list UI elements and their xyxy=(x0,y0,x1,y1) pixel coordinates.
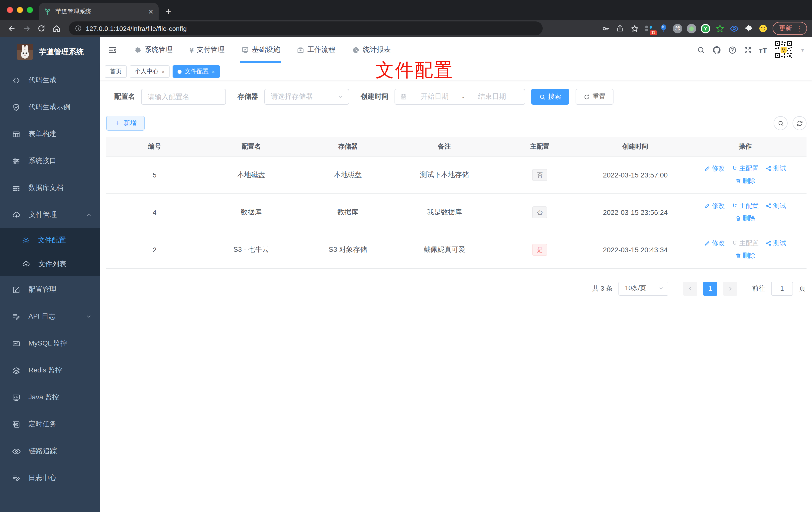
sidebar-item-file-list[interactable]: 文件列表 xyxy=(0,252,100,276)
cell-storage: 本地磁盘 xyxy=(299,156,396,193)
sidebar-item-file-mgmt[interactable]: 文件管理 xyxy=(0,202,100,228)
bookmark-star-icon[interactable] xyxy=(630,24,639,33)
help-icon[interactable] xyxy=(728,46,736,54)
nav-item-system[interactable]: 系统管理 xyxy=(126,37,181,63)
collapse-sidebar-icon[interactable] xyxy=(104,41,121,58)
delete-link[interactable]: 删除 xyxy=(735,177,755,185)
sidebar-item-trace[interactable]: 链路追踪 xyxy=(0,438,100,464)
ext-star-green-icon[interactable] xyxy=(715,24,725,33)
toggle-search-button[interactable] xyxy=(774,116,788,130)
nav-item-payment[interactable]: ¥ 支付管理 xyxy=(181,37,233,63)
extensions-puzzle-icon[interactable] xyxy=(744,24,754,33)
close-icon[interactable]: × xyxy=(162,68,165,74)
github-icon[interactable] xyxy=(712,46,721,54)
sidebar-item-config-mgmt[interactable]: 配置管理 xyxy=(0,276,100,303)
ext-command-icon[interactable]: ⌘ xyxy=(673,24,682,33)
sidebar-item-log-center[interactable]: 日志中心 xyxy=(0,464,100,491)
forward-icon[interactable] xyxy=(20,22,33,35)
cell-id: 5 xyxy=(106,156,203,193)
add-button[interactable]: ＋ 新增 xyxy=(106,116,145,131)
sidebar-item-db-doc[interactable]: 数据库文档 xyxy=(0,175,100,202)
master-tag: 否 xyxy=(532,206,547,218)
refresh-table-button[interactable] xyxy=(792,116,807,130)
nav-item-infra[interactable]: 基础设施 xyxy=(233,37,289,63)
back-icon[interactable] xyxy=(5,22,18,35)
minimize-window-button[interactable] xyxy=(17,7,23,13)
home-icon[interactable] xyxy=(50,22,63,35)
storage-select[interactable]: 请选择存储器 xyxy=(264,89,349,105)
start-date-placeholder[interactable]: 开始日期 xyxy=(421,92,448,101)
monitor-icon xyxy=(12,393,21,401)
prev-page-button[interactable] xyxy=(683,281,697,295)
sidebar-item-cron[interactable]: 定时任务 xyxy=(0,411,100,438)
current-page-button[interactable]: 1 xyxy=(703,281,717,295)
page-size-select[interactable]: 10条/页 xyxy=(618,281,668,295)
delete-link[interactable]: 删除 xyxy=(735,251,755,260)
sidebar-item-java[interactable]: Java 监控 xyxy=(0,384,100,411)
sidebar-item-api-log[interactable]: API 日志 xyxy=(0,303,100,330)
page-tab-profile[interactable]: 个人中心 × xyxy=(130,65,170,78)
favicon-plant-icon xyxy=(44,8,51,15)
nav-item-label: 工作流程 xyxy=(308,46,336,54)
edit-link[interactable]: 修改 xyxy=(704,202,725,210)
ext-balloon-icon[interactable] xyxy=(658,24,668,33)
sidebar-item-code-demo[interactable]: 代码生成示例 xyxy=(0,94,100,121)
ext-eye-blue-icon[interactable] xyxy=(729,24,739,33)
config-name-input[interactable] xyxy=(142,89,226,104)
next-page-button[interactable] xyxy=(723,281,737,295)
sidebar-item-label: 文件配置 xyxy=(38,236,92,245)
ext-emoji-icon[interactable] xyxy=(758,24,768,33)
sidebar-item-label: MySQL 监控 xyxy=(28,339,92,348)
browser-menu-icon[interactable]: ⋮ xyxy=(796,25,803,32)
font-size-icon[interactable]: ᴛT xyxy=(759,46,767,54)
end-date-placeholder[interactable]: 结束日期 xyxy=(478,92,506,101)
master-link[interactable]: 主配置 xyxy=(732,202,759,210)
sidebar-item-redis[interactable]: Redis 监控 xyxy=(0,357,100,384)
form-build-icon xyxy=(12,130,21,138)
address-bar[interactable]: 127.0.0.1:1024/infra/file/file-config xyxy=(69,22,543,35)
ext-tabs-icon[interactable]: 11 xyxy=(644,24,654,33)
url-text[interactable]: 127.0.0.1:1024/infra/file/file-config xyxy=(86,25,187,32)
page-tab-file-config[interactable]: 文件配置 × xyxy=(173,65,220,78)
edit-link[interactable]: 修改 xyxy=(704,239,725,248)
gear-icon xyxy=(134,46,142,54)
caret-down-icon[interactable]: ▼ xyxy=(800,47,805,53)
search-icon[interactable] xyxy=(697,46,705,54)
close-icon[interactable]: × xyxy=(212,68,215,74)
site-info-icon[interactable] xyxy=(75,25,82,32)
sidebar-item-system-api[interactable]: 系统接口 xyxy=(0,148,100,175)
browser-update-button[interactable]: 更新 ⋮ xyxy=(773,22,807,35)
goto-page-input[interactable] xyxy=(772,282,792,295)
sidebar-item-mysql[interactable]: MySQL 监控 xyxy=(0,330,100,357)
reload-icon[interactable] xyxy=(35,22,48,35)
zoom-window-button[interactable] xyxy=(27,7,33,13)
app-logo[interactable]: 芋道管理系统 xyxy=(0,37,100,67)
sidebar-item-form-build[interactable]: 表单构建 xyxy=(0,121,100,148)
share-icon[interactable] xyxy=(615,24,625,33)
test-link[interactable]: 测试 xyxy=(765,164,786,173)
close-window-button[interactable] xyxy=(7,7,13,13)
sidebar-item-code-gen[interactable]: 代码生成 xyxy=(0,67,100,94)
master-link[interactable]: 主配置 xyxy=(732,164,759,173)
edit-link[interactable]: 修改 xyxy=(704,164,725,173)
search-button[interactable]: 搜索 xyxy=(531,89,569,105)
password-key-icon[interactable] xyxy=(601,24,610,33)
date-range-picker[interactable]: 开始日期 - 结束日期 xyxy=(395,89,525,105)
test-link[interactable]: 测试 xyxy=(765,202,786,210)
fullscreen-icon[interactable] xyxy=(744,46,752,54)
page-tab-home[interactable]: 首页 xyxy=(105,65,127,78)
tab-close-icon[interactable]: ✕ xyxy=(148,8,154,15)
new-tab-button[interactable]: + xyxy=(166,6,171,17)
avatar[interactable] xyxy=(774,40,793,59)
test-link[interactable]: 测试 xyxy=(765,239,786,248)
nav-item-workflow[interactable]: 工作流程 xyxy=(289,37,344,63)
sidebar: 芋道管理系统 代码生成 代码生成示例 表单构建 系统接口 数据库文档 xyxy=(0,37,100,512)
ext-y-icon[interactable]: Y xyxy=(701,24,710,33)
sidebar-item-file-config[interactable]: 文件配置 xyxy=(0,228,100,252)
ext-recorder-icon[interactable] xyxy=(687,24,696,33)
reset-button[interactable]: 重置 xyxy=(576,89,613,105)
browser-tab-strip: 芋道管理系统 ✕ + xyxy=(0,0,812,20)
browser-tab[interactable]: 芋道管理系统 ✕ xyxy=(39,3,158,20)
delete-link[interactable]: 删除 xyxy=(735,214,755,223)
nav-item-label: 系统管理 xyxy=(145,46,173,54)
